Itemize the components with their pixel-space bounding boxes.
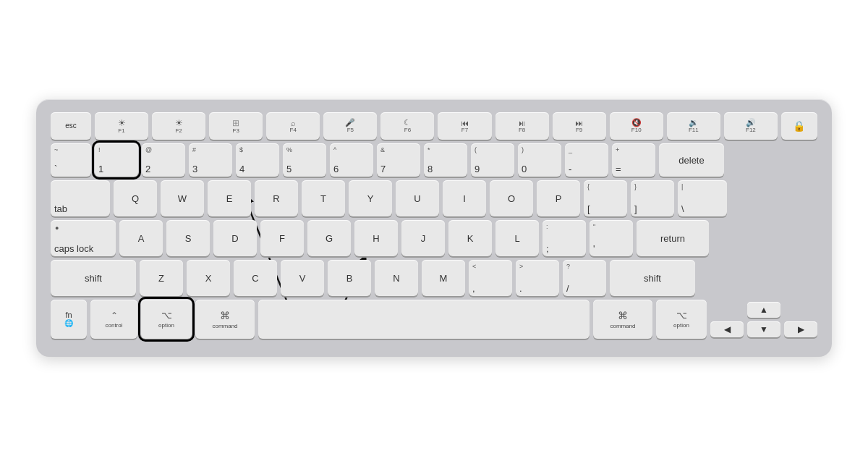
key-f9-icon: ⏭ <box>575 119 583 127</box>
key-y[interactable]: Y <box>349 180 392 216</box>
key-f9[interactable]: ⏭ F9 <box>553 112 606 140</box>
key-r[interactable]: R <box>255 180 298 216</box>
key-lbracket[interactable]: { [ <box>584 180 627 216</box>
key-command-left[interactable]: ⌘ command <box>195 300 255 339</box>
key-w-label: W <box>178 194 187 203</box>
key-backslash[interactable]: | \ <box>678 180 727 216</box>
key-spacebar[interactable] <box>258 300 590 339</box>
key-1[interactable]: ! 1 <box>95 143 138 177</box>
key-comma[interactable]: < , <box>469 260 512 296</box>
key-7[interactable]: & 7 <box>377 143 420 177</box>
key-0[interactable]: ) 0 <box>518 143 561 177</box>
key-p-label: P <box>556 194 562 203</box>
key-k[interactable]: K <box>448 220 492 256</box>
key-t[interactable]: T <box>302 180 345 216</box>
key-g[interactable]: G <box>307 220 351 256</box>
key-shift-right[interactable]: shift <box>610 260 695 296</box>
key-s[interactable]: S <box>166 220 210 256</box>
key-f5[interactable]: 🎤 F5 <box>323 112 377 140</box>
key-f2-label: F2 <box>175 128 182 134</box>
key-o[interactable]: O <box>490 180 533 216</box>
key-5[interactable]: % 5 <box>283 143 326 177</box>
key-option-left-label: option <box>145 322 188 329</box>
key-3[interactable]: # 3 <box>189 143 232 177</box>
key-slash-top: ? <box>566 263 570 270</box>
key-semicolon[interactable]: : ; <box>542 220 586 256</box>
key-capslock-label: caps lock <box>54 244 93 253</box>
key-q[interactable]: Q <box>114 180 157 216</box>
key-slash[interactable]: ? / <box>563 260 606 296</box>
key-b[interactable]: B <box>328 260 371 296</box>
key-shift-right-label: shift <box>644 274 661 283</box>
key-a[interactable]: A <box>119 220 163 256</box>
key-f4[interactable]: ⌕ F4 <box>266 112 320 140</box>
key-control-icon: ⌃ <box>111 311 118 321</box>
key-esc[interactable]: esc <box>51 112 91 140</box>
key-option-right[interactable]: ⌥ option <box>656 300 707 339</box>
key-rbracket-top: } <box>634 183 637 190</box>
key-control[interactable]: ⌃ control <box>90 300 137 339</box>
key-f8-icon: ⏯ <box>518 119 526 127</box>
key-f12[interactable]: 🔊 F12 <box>724 112 778 140</box>
key-f10[interactable]: 🔇 F10 <box>610 112 663 140</box>
key-capslock[interactable]: ● caps lock <box>51 220 116 256</box>
key-shift-left[interactable]: shift <box>51 260 136 296</box>
key-e[interactable]: E <box>208 180 251 216</box>
key-quote[interactable]: " ' <box>590 220 633 256</box>
key-i[interactable]: I <box>443 180 486 216</box>
key-command-right-label: command <box>597 323 649 329</box>
key-u[interactable]: U <box>396 180 439 216</box>
key-period[interactable]: > . <box>516 260 559 296</box>
key-d[interactable]: D <box>213 220 257 256</box>
key-arrow-up[interactable]: ▲ <box>747 302 780 318</box>
bottom-row: fn 🌐 ⌃ control ⌥ option ⌘ command ⌘ comm… <box>51 300 817 339</box>
key-9[interactable]: ( 9 <box>471 143 514 177</box>
key-u-label: U <box>414 194 420 203</box>
key-rbracket[interactable]: } ] <box>631 180 674 216</box>
key-backslash-top: | <box>681 183 683 190</box>
key-v[interactable]: V <box>281 260 324 296</box>
key-4[interactable]: $ 4 <box>236 143 279 177</box>
key-8[interactable]: * 8 <box>424 143 467 177</box>
key-x[interactable]: X <box>187 260 230 296</box>
key-tab[interactable]: tab <box>51 180 110 216</box>
key-f3-label: F3 <box>233 128 239 134</box>
key-equals-top: + <box>616 146 619 153</box>
key-c[interactable]: C <box>234 260 277 296</box>
key-j[interactable]: J <box>401 220 445 256</box>
key-w[interactable]: W <box>161 180 204 216</box>
key-minus[interactable]: _ - <box>565 143 608 177</box>
key-l-label: L <box>514 234 519 243</box>
key-f1[interactable]: ☀ F1 <box>95 112 148 140</box>
key-lock[interactable]: 🔒 <box>781 112 817 140</box>
key-l[interactable]: L <box>495 220 539 256</box>
key-2[interactable]: @ 2 <box>142 143 185 177</box>
key-6[interactable]: ^ 6 <box>330 143 373 177</box>
key-equals[interactable]: + = <box>612 143 655 177</box>
key-n-label: N <box>393 274 399 283</box>
key-z[interactable]: Z <box>140 260 183 296</box>
key-tilde[interactable]: ~ ` <box>51 143 91 177</box>
key-f6[interactable]: ☾ F6 <box>380 112 434 140</box>
key-f2-icon: ☀ <box>175 118 183 128</box>
key-m[interactable]: M <box>422 260 465 296</box>
key-arrow-down[interactable]: ▼ <box>747 321 780 337</box>
key-h[interactable]: H <box>354 220 398 256</box>
key-f2[interactable]: ☀ F2 <box>152 112 205 140</box>
key-p[interactable]: P <box>537 180 580 216</box>
key-f[interactable]: F <box>260 220 304 256</box>
key-n[interactable]: N <box>375 260 418 296</box>
key-f3[interactable]: ⊞ F3 <box>209 112 263 140</box>
key-delete[interactable]: delete <box>659 143 724 177</box>
key-shift-left-label: shift <box>85 274 102 283</box>
key-f11[interactable]: 🔉 F11 <box>667 112 720 140</box>
key-fn[interactable]: fn 🌐 <box>51 300 87 339</box>
key-arrow-right[interactable]: ▶ <box>784 321 817 337</box>
key-f7[interactable]: ⏮ F7 <box>438 112 491 140</box>
key-command-right-icon: ⌘ <box>618 310 628 321</box>
key-arrow-left[interactable]: ◀ <box>710 321 744 337</box>
key-option-left[interactable]: ⌥ option <box>141 300 192 339</box>
key-return[interactable]: return <box>637 220 709 256</box>
key-f8[interactable]: ⏯ F8 <box>495 112 549 140</box>
key-command-right[interactable]: ⌘ command <box>593 300 652 339</box>
